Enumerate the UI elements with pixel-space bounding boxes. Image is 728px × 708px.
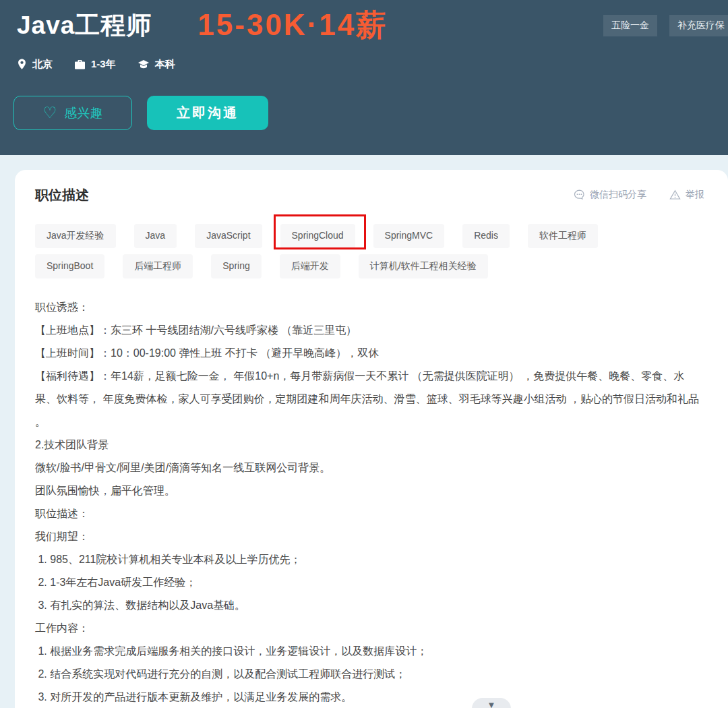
tag-chip[interactable]: Spring: [211, 254, 261, 278]
warning-triangle-icon: [669, 189, 681, 200]
meta-education: 本科: [138, 58, 175, 71]
desc-line: 1. 根据业务需求完成后端服务相关的接口设计，业务逻辑设计，以及数据库设计；: [35, 640, 704, 663]
meta-experience-label: 1-3年: [91, 58, 116, 71]
interested-button[interactable]: ♡ 感兴趣: [13, 96, 132, 130]
benefit-badge-insurance: 五险一金: [603, 15, 657, 36]
desc-line: 微软/脸书/甲骨文/阿里/美团/滴滴等知名一线互联网公司背景。: [35, 456, 704, 479]
meta-experience: 1-3年: [74, 58, 116, 71]
interested-button-label: 感兴趣: [64, 105, 102, 122]
card-header-actions: 微信扫码分享 举报: [574, 189, 704, 201]
desc-line: 职位诱惑：: [35, 296, 704, 319]
desc-line: 【上班地点】：东三环 十号线团结湖/六号线呼家楼 （靠近三里屯）: [35, 319, 704, 342]
report-label: 举报: [686, 189, 704, 201]
wechat-share-button[interactable]: 微信扫码分享: [574, 189, 646, 201]
briefcase-icon: [74, 59, 86, 70]
tag-chip[interactable]: SpringBoot: [35, 254, 104, 278]
job-meta-row: 北京 1-3年 本科: [17, 58, 175, 71]
desc-line: 2. 结合系统实现对代码进行充分的自测，以及配合测试工程师联合进行测试；: [35, 663, 704, 686]
desc-line: 团队氛围愉快，扁平化管理。: [35, 479, 704, 502]
tag-chip[interactable]: 后端工程师: [123, 254, 193, 278]
desc-line: 工作内容：: [35, 617, 704, 640]
tag-chip[interactable]: 后端开发: [280, 254, 340, 278]
chat-now-button-label: 立即沟通: [177, 104, 239, 122]
desc-line: 职位描述：: [35, 502, 704, 525]
skill-tags-row-1: Java开发经验 Java JavaScript SpringCloud Spr…: [35, 224, 704, 248]
tag-chip[interactable]: JavaScript: [195, 224, 262, 248]
desc-line: 1. 985、211院校计算机相关专业本科及以上学历优先；: [35, 548, 704, 571]
location-pin-icon: [17, 59, 27, 71]
heart-icon: ♡: [43, 105, 57, 121]
job-description-text: 职位诱惑： 【上班地点】：东三环 十号线团结湖/六号线呼家楼 （靠近三里屯） 【…: [35, 296, 704, 708]
graduation-cap-icon: [138, 59, 150, 70]
report-button[interactable]: 举报: [669, 189, 704, 201]
job-description-card: 职位描述 微信扫码分享 举报 Java开发经验 Java JavaScript …: [15, 170, 728, 708]
action-buttons: ♡ 感兴趣 立即沟通: [13, 96, 268, 130]
meta-education-label: 本科: [155, 58, 175, 71]
tag-chip[interactable]: Java: [134, 224, 177, 248]
tag-chip[interactable]: Redis: [462, 224, 510, 248]
tag-chip-highlighted[interactable]: SpringCloud: [280, 224, 355, 248]
card-header: 职位描述 微信扫码分享 举报: [15, 170, 728, 209]
skill-tags-row-2: SpringBoot 后端工程师 Spring 后端开发 计算机/软件工程相关经…: [35, 254, 704, 278]
chevron-down-icon: ▼: [487, 700, 496, 708]
desc-line: 3. 对所开发的产品进行版本更新及维护，以满足业务发展的需求。: [35, 686, 704, 708]
salary-range: 15-30K·14薪: [198, 5, 388, 45]
section-title: 职位描述: [35, 186, 89, 204]
desc-line: 【上班时间】：10：00-19:00 弹性上班 不打卡 （避开早晚高峰），双休: [35, 342, 704, 365]
meta-location: 北京: [17, 58, 53, 71]
tag-chip[interactable]: 软件工程师: [528, 224, 598, 248]
wechat-share-label: 微信扫码分享: [590, 189, 646, 201]
chat-now-button[interactable]: 立即沟通: [147, 96, 268, 130]
meta-location-label: 北京: [32, 58, 53, 71]
desc-line: 【福利待遇】：年14薪，足额七险一金， 年假10+n，每月带薪病假一天不累计 （…: [35, 365, 704, 434]
job-title: Java工程师: [17, 9, 152, 42]
chat-bubble-icon: [574, 189, 585, 200]
job-header: Java工程师 15-30K·14薪 五险一金 补充医疗保 北京 1-3年 本科: [0, 0, 728, 155]
tag-chip[interactable]: Java开发经验: [35, 224, 116, 248]
benefit-badge-medical: 补充医疗保: [669, 15, 728, 36]
tag-chip[interactable]: 计算机/软件工程相关经验: [359, 254, 488, 278]
desc-line: 我们期望：: [35, 525, 704, 548]
tag-chip[interactable]: SpringMVC: [373, 224, 445, 248]
desc-line: 2.技术团队背景: [35, 434, 704, 456]
desc-line: 2. 1-3年左右Java研发工作经验；: [35, 571, 704, 594]
collapse-toggle-button[interactable]: ▼: [472, 698, 511, 708]
title-row: Java工程师 15-30K·14薪: [17, 5, 388, 45]
benefit-badges: 五险一金 补充医疗保: [603, 15, 728, 36]
desc-line: 3. 有扎实的算法、数据结构以及Java基础。: [35, 594, 704, 617]
skill-tags: Java开发经验 Java JavaScript SpringCloud Spr…: [35, 224, 704, 278]
